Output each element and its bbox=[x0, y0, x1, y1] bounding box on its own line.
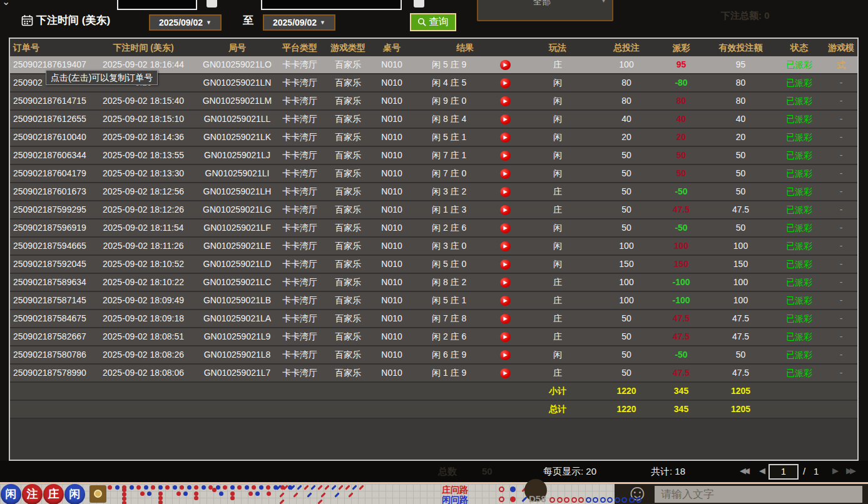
cell-order: 250902187601673 bbox=[10, 183, 86, 200]
empty-cell bbox=[774, 383, 825, 400]
bet-badge-1[interactable]: 闲 bbox=[1, 484, 21, 504]
first-page-button[interactable]: ◀◀ bbox=[740, 466, 747, 475]
cell-result: 闲 4 庄 5▶ bbox=[413, 74, 517, 91]
result-text: 闲 7 庄 1 bbox=[432, 147, 466, 164]
cell-bet: 50 bbox=[598, 201, 655, 218]
cell-play: 闲 bbox=[517, 346, 598, 363]
cell-payout: 47.5 bbox=[655, 328, 708, 345]
cell-time: 2025-09-02 18:13:55 bbox=[86, 147, 200, 164]
grand-total-row-valid-bet: 1205 bbox=[708, 401, 774, 418]
copy-icon-2[interactable] bbox=[414, 0, 424, 8]
road-slash bbox=[331, 485, 336, 490]
hall-dropdown[interactable]: 全部 ▼ bbox=[477, 0, 613, 21]
table-row[interactable]: 2509021875846752025-09-02 18:09:18GN0102… bbox=[10, 310, 857, 328]
background-total-label: 总数 bbox=[438, 466, 457, 478]
date-from-select[interactable]: 2025/09/02 ▼ bbox=[149, 14, 222, 31]
cell-round: GN010259021LD bbox=[200, 256, 274, 273]
cell-table: N010 bbox=[370, 219, 413, 236]
cell-valid: 80 bbox=[708, 74, 774, 91]
bead-dot bbox=[266, 485, 270, 490]
replay-button-icon[interactable]: ▶ bbox=[500, 169, 511, 179]
keyword-input-2[interactable] bbox=[261, 0, 402, 10]
cell-valid: 100 bbox=[708, 292, 774, 309]
replay-button-icon[interactable]: ▶ bbox=[500, 332, 511, 342]
cell-mode: - bbox=[825, 256, 857, 273]
replay-button-icon[interactable]: ▶ bbox=[500, 133, 511, 143]
cell-platform: 卡卡湾厅 bbox=[274, 56, 325, 73]
cell-round: GN010259021LJ bbox=[200, 147, 274, 164]
cell-play: 闲 bbox=[517, 147, 598, 164]
replay-button-icon[interactable]: ▶ bbox=[500, 296, 511, 306]
cell-play: 庄 bbox=[517, 183, 598, 200]
table-row[interactable]: 2509021875920452025-09-02 18:10:52GN0102… bbox=[10, 256, 857, 274]
bet-badge-3[interactable]: 庄 bbox=[43, 484, 64, 504]
cell-game: 百家乐 bbox=[325, 129, 370, 146]
table-row[interactable]: 2509021875946652025-09-02 18:11:26GN0102… bbox=[10, 238, 857, 256]
subtotal-row-total-bet: 1220 bbox=[598, 383, 655, 400]
replay-button-icon[interactable]: ▶ bbox=[500, 314, 511, 324]
date-to-select[interactable]: 2025/09/02 ▼ bbox=[263, 14, 335, 31]
bet-records-table: 订单号下注时间 (美东)局号平台类型游戏类型桌号结果玩法总投注派彩有效投注额状态… bbox=[9, 38, 859, 461]
prev-page-button[interactable]: ◀ bbox=[759, 466, 763, 475]
page-number-input[interactable]: 1 bbox=[768, 464, 799, 480]
replay-button-icon[interactable]: ▶ bbox=[500, 260, 511, 270]
chat-input[interactable]: 请输入文字 bbox=[655, 486, 862, 503]
replay-button-icon[interactable]: ▶ bbox=[500, 278, 511, 288]
chip-tray-icon[interactable] bbox=[89, 485, 106, 503]
cell-platform: 卡卡湾厅 bbox=[274, 328, 325, 345]
cell-table: N010 bbox=[370, 93, 413, 109]
cell-round: GN010259021LO bbox=[200, 56, 274, 73]
search-button[interactable]: 查询 bbox=[410, 13, 456, 31]
cell-table: N010 bbox=[370, 292, 413, 309]
bet-badge-4[interactable]: 闲 bbox=[64, 484, 85, 504]
cell-time: 2025-09-02 18:10:22 bbox=[86, 274, 200, 291]
cell-bet: 50 bbox=[598, 147, 655, 164]
cell-round: GN010259021LB bbox=[200, 292, 274, 309]
cell-game: 百家乐 bbox=[325, 346, 370, 363]
table-row[interactable]: 2509021875826672025-09-02 18:08:51GN0102… bbox=[10, 328, 857, 346]
bead-dot bbox=[219, 491, 223, 496]
road-ring bbox=[615, 497, 620, 503]
replay-button-icon[interactable]: ▶ bbox=[500, 114, 511, 124]
table-row[interactable]: 2509021875807862025-09-02 18:08:26GN0102… bbox=[10, 346, 857, 365]
cell-valid: 47.5 bbox=[708, 328, 774, 345]
bead-dot bbox=[187, 485, 191, 490]
bead-dot bbox=[267, 491, 271, 496]
bet-badge-2[interactable]: 注 bbox=[22, 484, 43, 504]
table-row[interactable]: 2509021876126552025-09-02 18:15:10GN0102… bbox=[10, 111, 857, 129]
table-row[interactable]: 2509021876147152025-09-02 18:15:40GN0102… bbox=[10, 93, 857, 111]
next-page-button[interactable]: ▶ bbox=[832, 466, 836, 475]
result-text: 闲 8 庄 4 bbox=[432, 111, 466, 128]
keyword-input-1[interactable] bbox=[117, 0, 197, 10]
table-row[interactable]: 2509021876063442025-09-02 18:13:55GN0102… bbox=[10, 147, 857, 165]
replay-button-icon[interactable]: ▶ bbox=[500, 368, 511, 378]
table-row[interactable]: 2509021875871452025-09-02 18:09:49GN0102… bbox=[10, 292, 857, 310]
bead-dot bbox=[202, 485, 206, 490]
cell-play: 庄 bbox=[517, 56, 598, 73]
cell-result: 闲 7 庄 0▶ bbox=[413, 165, 517, 182]
road-ring bbox=[549, 497, 555, 503]
last-page-button[interactable]: ▶▶ bbox=[846, 466, 854, 475]
replay-button-icon[interactable]: ▶ bbox=[500, 350, 511, 360]
replay-button-icon[interactable]: ▶ bbox=[500, 78, 511, 88]
replay-button-icon[interactable]: ▶ bbox=[500, 151, 511, 161]
subtotal-row-valid-bet: 1205 bbox=[708, 383, 774, 400]
table-row[interactable]: 2509021876016732025-09-02 18:12:56GN0102… bbox=[10, 183, 857, 201]
cell-payout: 47.5 bbox=[655, 365, 708, 381]
hall-dropdown-value: 全部 bbox=[533, 0, 551, 8]
replay-button-icon[interactable]: ▶ bbox=[500, 187, 511, 197]
table-row[interactable]: 2509021875896342025-09-02 18:10:22GN0102… bbox=[10, 274, 857, 292]
cell-order: 250902187604179 bbox=[10, 165, 86, 182]
table-row[interactable]: 2509021875789902025-09-02 18:08:06GN0102… bbox=[10, 365, 857, 383]
replay-button-icon[interactable]: ▶ bbox=[500, 60, 511, 70]
table-row[interactable]: 2509021876100402025-09-02 18:14:36GN0102… bbox=[10, 129, 857, 147]
table-row[interactable]: 2509021876041792025-09-02 18:13:30GN0102… bbox=[10, 165, 857, 183]
replay-button-icon[interactable]: ▶ bbox=[500, 96, 511, 106]
replay-button-icon[interactable]: ▶ bbox=[500, 241, 511, 251]
replay-button-icon[interactable]: ▶ bbox=[500, 223, 511, 233]
replay-button-icon[interactable]: ▶ bbox=[500, 205, 511, 215]
cell-order: 250902187592045 bbox=[10, 256, 86, 273]
table-row[interactable]: 2509021875992952025-09-02 18:12:26GN0102… bbox=[10, 201, 857, 219]
copy-icon-1[interactable] bbox=[207, 0, 217, 8]
table-row[interactable]: 2509021875969192025-09-02 18:11:54GN0102… bbox=[10, 219, 857, 238]
